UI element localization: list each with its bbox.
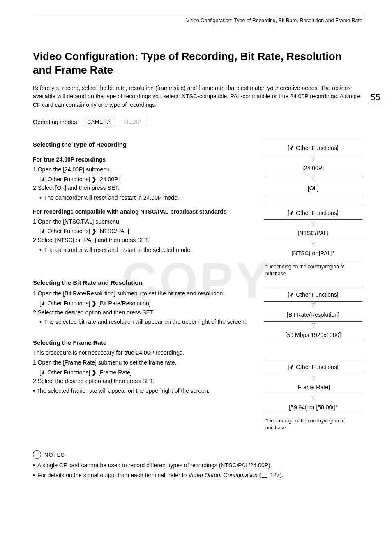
chevron-icon: ❯ <box>92 368 97 377</box>
bullet-line: • The camcorder will reset and restart i… <box>33 194 254 203</box>
down-arrow-icon: ▽ <box>264 240 362 247</box>
step-text: Open the [Frame Rate] submenu to set the… <box>38 359 177 366</box>
chevron-icon: ❯ <box>92 175 97 184</box>
menu-path: [✔ Other Functions] ❯ [NTSC/PAL] <box>33 227 254 236</box>
down-arrow-icon: ▽ <box>264 302 362 308</box>
section-intro: This procedure is not necessary for true… <box>33 349 254 358</box>
menu-item: [NTSC] or [PAL]* <box>264 247 362 260</box>
step-number: 1 <box>33 359 36 366</box>
bullet-icon: • <box>33 388 35 394</box>
menu-item: [NTSC/PAL] <box>264 226 362 240</box>
step: 1 Open the [NTSC/PAL] submenu. <box>33 217 254 226</box>
bullet-text: The camcorder will reset and restart in … <box>44 194 179 203</box>
menu-path: [✔ Other Functions] ❯ [24.00P] <box>33 175 254 184</box>
chevron-icon: ❯ <box>92 299 97 308</box>
section-heading: Selecting the Frame Rate <box>33 339 254 346</box>
step: 2 Select [NTSC] or [PAL] and then press … <box>33 236 254 245</box>
step-number: 1 <box>33 290 36 297</box>
footnote: *Depending on the country/region of purc… <box>264 260 362 277</box>
info-icon: i <box>33 450 41 459</box>
bullet-icon: • <box>39 318 42 327</box>
page-number: 55 <box>369 92 382 104</box>
bullet-icon: • <box>33 471 35 480</box>
step: 1 Open the [24.00P] submenu. <box>33 165 254 174</box>
mode-camera: CAMERA <box>83 118 115 126</box>
path-text: Other Functions] <box>46 176 92 182</box>
step-number: 2 <box>33 237 36 243</box>
note-text: A single CF card cannot be used to recor… <box>37 461 272 470</box>
step-text: Open the [24.00P] submenu. <box>38 166 111 173</box>
down-arrow-icon: ▽ <box>264 155 362 162</box>
footnote: *Depending on the country/region of purc… <box>264 414 362 432</box>
notes-label: NOTES <box>44 452 65 458</box>
menu-item: [✔ Other Functions] <box>264 288 362 302</box>
bullet-line: • The camcorder will reset and restart i… <box>33 246 254 255</box>
path-text: Other Functions] <box>46 300 92 307</box>
menu-path: [✔ Other Functions] ❯ [Frame Rate] <box>33 368 254 377</box>
subheading: For true 24.00P recordings <box>33 156 254 163</box>
menu-item: [✔ Other Functions] <box>264 141 362 155</box>
path-text: [Frame Rate] <box>97 369 132 376</box>
top-rule <box>33 15 362 15</box>
bullet-icon: • <box>39 194 42 203</box>
menu-path: [✔ Other Functions] ❯ [Bit Rate/Resoluti… <box>33 299 254 308</box>
subheading: For recordings compatible with analog NT… <box>33 208 254 215</box>
note-text-b: ( <box>258 472 261 478</box>
down-arrow-icon: ▽ <box>264 322 362 328</box>
note-text-a: For details on the signal output from ea… <box>37 472 188 478</box>
menu-text: Other Functions] <box>294 364 338 370</box>
mode-media: MEDIA <box>120 118 146 126</box>
step-text: Select [NTSC] or [PAL] and then press SE… <box>38 237 150 243</box>
step-number: 2 <box>33 309 36 316</box>
menu-text: Other Functions] <box>294 145 338 151</box>
menu-group: [✔ Other Functions] ▽ [24.00P] ▽ [Off] <box>264 141 362 195</box>
step: 1 Open the [Frame Rate] submenu to set t… <box>33 358 254 367</box>
bullet-line: • The selected bit rate and resolution w… <box>33 318 254 327</box>
menu-item: [24.00P] <box>264 162 362 175</box>
step-number: 1 <box>33 218 36 225</box>
path-text: Other Functions] <box>46 228 92 234</box>
step-text: Select the desired option and then press… <box>38 378 154 384</box>
note-page-ref: 127). <box>268 472 283 478</box>
step: 2 Select the desired option and then pre… <box>33 377 254 386</box>
bullet-text: The selected bit rate and resolution wil… <box>44 318 246 327</box>
step-number: 1 <box>33 166 36 173</box>
menu-group: [✔ Other Functions] ▽ [Bit Rate/Resoluti… <box>264 288 362 342</box>
bullet-line: • The selected frame rate will appear on… <box>33 387 254 396</box>
menu-text: Other Functions] <box>294 210 338 216</box>
menu-text: Other Functions] <box>294 291 338 298</box>
menu-item: [Frame Rate] <box>264 381 362 394</box>
step-text: Select the desired option and then press… <box>38 309 154 316</box>
step-number: 2 <box>33 185 36 191</box>
path-text: Other Functions] <box>46 369 92 376</box>
path-text: [NTSC/PAL] <box>97 228 129 234</box>
down-arrow-icon: ▽ <box>264 374 362 381</box>
down-arrow-icon: ▽ <box>264 175 362 182</box>
menu-item: [✔ Other Functions] <box>264 360 362 374</box>
bullet-text: The selected frame rate will appear on t… <box>37 388 210 394</box>
section-heading: Selecting the Type of Recording <box>33 141 254 148</box>
bullet-text: The camcorder will reset and restart in … <box>44 246 192 255</box>
menu-item: [50 Mbps 1920x1080] <box>264 328 362 342</box>
step-text: Open the [Bit Rate/Resolution] submenu t… <box>38 290 225 297</box>
menu-group: [✔ Other Functions] ▽ [NTSC/PAL] ▽ [NTSC… <box>264 206 362 277</box>
step: 1 Open the [Bit Rate/Resolution] submenu… <box>33 289 254 298</box>
notes-heading: i NOTES <box>33 450 362 459</box>
note-text: For details on the signal output from ea… <box>37 471 283 480</box>
step: 2 Select [On] and then press SET. <box>33 184 254 193</box>
operating-modes-label: Operating modes: <box>33 119 78 125</box>
intro-paragraph: Before you record, select the bit rate, … <box>33 84 362 109</box>
menu-item: [✔ Other Functions] <box>264 206 362 220</box>
step-text: Open the [NTSC/PAL] submenu. <box>38 218 121 225</box>
path-text: [24.00P] <box>97 176 120 182</box>
chevron-icon: ❯ <box>92 227 97 236</box>
path-text: [Bit Rate/Resolution] <box>97 300 151 307</box>
step: 2 Select the desired option and then pre… <box>33 308 254 317</box>
book-icon <box>262 473 267 478</box>
step-number: 2 <box>33 378 36 384</box>
menu-group: [✔ Other Functions] ▽ [Frame Rate] ▽ [59… <box>264 360 362 432</box>
bullet-icon: • <box>33 461 35 470</box>
step-text: Select [On] and then press SET. <box>38 185 120 191</box>
page-title: Video Configuration: Type of Recording, … <box>33 50 362 76</box>
operating-modes-row: Operating modes: CAMERA MEDIA <box>33 118 362 126</box>
